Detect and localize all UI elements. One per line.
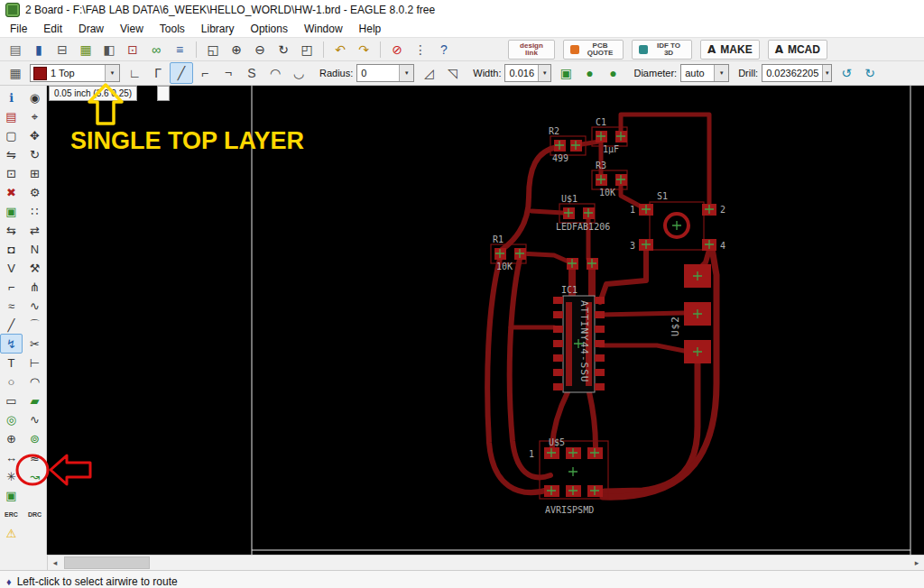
optimize-icon[interactable]: ≈ <box>0 296 23 316</box>
grid-icon[interactable]: ▦ <box>4 62 27 84</box>
cam-icon[interactable]: ◧ <box>97 39 121 60</box>
dimension-icon[interactable]: ⊢ <box>23 353 46 372</box>
bend-diagonal-icon[interactable]: ╱ <box>170 62 193 84</box>
array-icon[interactable]: ∷ <box>23 201 46 221</box>
rotate-icon[interactable]: ↻ <box>23 144 46 164</box>
bend-90-down-icon[interactable]: ¬ <box>217 62 240 84</box>
ratsnest-icon[interactable]: ✳ <box>0 466 23 486</box>
meander-icon[interactable]: ∿ <box>23 296 46 316</box>
save-icon[interactable]: ▮ <box>27 39 51 60</box>
lock-icon[interactable]: ◘ <box>0 239 23 259</box>
bend-45-up-icon[interactable]: Γ <box>146 62 170 84</box>
design-link-button[interactable]: design link <box>508 40 555 60</box>
mark-icon[interactable]: ⌖ <box>23 106 46 126</box>
erc-button[interactable]: ERC <box>0 504 23 524</box>
signal-icon[interactable]: ∿ <box>23 409 46 429</box>
menu-file[interactable]: File <box>2 21 35 37</box>
rect-icon[interactable]: ▭ <box>0 390 23 410</box>
replace-icon[interactable]: ▣ <box>0 201 23 221</box>
drill-select[interactable]: 0.02362205 ▼ <box>762 64 832 82</box>
menu-window[interactable]: Window <box>296 21 351 37</box>
scroll-right-button[interactable]: ▸ <box>910 556 924 570</box>
export-image-icon[interactable]: ▦ <box>74 39 97 60</box>
bend-s-icon[interactable]: S <box>240 62 263 84</box>
pinswap-icon[interactable]: ⇆ <box>0 220 23 240</box>
ripup-icon[interactable]: ✂ <box>23 334 46 354</box>
info-icon[interactable]: ℹ <box>0 87 23 107</box>
bend-90-up-icon[interactable]: ∟ <box>123 62 146 84</box>
loop-right-icon[interactable]: ↻ <box>858 62 882 84</box>
paste-icon[interactable]: ⊞ <box>23 163 46 183</box>
miter-straight-icon[interactable]: ◹ <box>440 62 464 84</box>
undo-icon[interactable]: ↶ <box>328 39 352 60</box>
diameter-select-arrow[interactable]: ▼ <box>714 65 728 81</box>
open-icon[interactable]: ▤ <box>4 39 27 60</box>
menu-edit[interactable]: Edit <box>35 21 70 37</box>
miter-icon[interactable]: ⌐ <box>0 277 23 297</box>
change-icon[interactable]: ⚙ <box>23 182 46 202</box>
menu-draw[interactable]: Draw <box>70 21 112 37</box>
curve-icon[interactable]: ⌒ <box>23 315 46 335</box>
component-ic1[interactable]: IC1 ATTINY44-SSU <box>553 285 605 392</box>
bend-45-down-icon[interactable]: ⌐ <box>193 62 217 84</box>
zoom-out-icon[interactable]: ⊖ <box>248 39 272 60</box>
help-icon[interactable]: ? <box>432 39 456 60</box>
loop-left-icon[interactable]: ↺ <box>835 62 858 84</box>
bend-arc-up-icon[interactable]: ◠ <box>263 62 287 84</box>
delete-icon[interactable]: ✖ <box>0 182 23 202</box>
design-link-icon[interactable]: ∞ <box>144 39 168 60</box>
copper-traces[interactable] <box>487 115 716 497</box>
route-icon[interactable]: ↯ <box>0 334 23 354</box>
menu-library[interactable]: Library <box>193 21 243 37</box>
scrollbar-thumb[interactable] <box>64 556 150 569</box>
hole-icon[interactable]: ⊕ <box>0 428 23 448</box>
run-script-icon[interactable]: ⋮ <box>409 39 432 60</box>
copy-icon[interactable]: ⊡ <box>0 163 23 183</box>
pad-icon[interactable]: ⊚ <box>23 428 46 448</box>
diameter-select[interactable]: auto ▼ <box>680 64 729 82</box>
name-icon[interactable]: N <box>23 239 46 259</box>
layer-select-arrow[interactable]: ▼ <box>105 65 119 81</box>
ratsnest-prep-icon[interactable]: ≋ <box>23 447 46 467</box>
mirror-icon[interactable]: ⇋ <box>0 144 23 164</box>
layer-settings-icon[interactable]: ≡ <box>168 39 191 60</box>
follow-me-icon[interactable]: ● <box>578 62 601 84</box>
zoom-in-icon[interactable]: ⊕ <box>225 39 248 60</box>
pcb-canvas[interactable]: 0.05 inch (3.6 0.25) <box>47 86 924 555</box>
text-icon[interactable]: T <box>0 353 23 372</box>
zoom-select-icon[interactable]: ◰ <box>295 39 319 60</box>
value-icon[interactable]: V <box>0 258 23 278</box>
errors-icon[interactable]: ⚠ <box>0 523 23 543</box>
route-mode-icon[interactable]: ▣ <box>554 62 578 84</box>
redo-icon[interactable]: ↷ <box>352 39 375 60</box>
scroll-left-button[interactable]: ◂ <box>48 556 62 570</box>
layer-select[interactable]: 1 Top ▼ <box>30 64 120 82</box>
menu-help[interactable]: Help <box>351 21 390 37</box>
idf-to-3d-button[interactable]: IDF TO 3D <box>632 40 692 60</box>
arc-icon[interactable]: ◠ <box>23 372 46 391</box>
print-icon[interactable]: ⊟ <box>51 39 74 60</box>
wire-icon[interactable]: ╱ <box>0 315 23 335</box>
menu-options[interactable]: Options <box>243 21 296 37</box>
follow-me-alt-icon[interactable]: ● <box>601 62 624 84</box>
width-select[interactable]: 0.016 ▼ <box>504 64 551 82</box>
circle-icon[interactable]: ○ <box>0 372 23 391</box>
polygon-icon[interactable]: ▰ <box>23 390 46 410</box>
radius-select[interactable]: 0 ▼ <box>356 64 414 82</box>
menu-tools[interactable]: Tools <box>152 21 193 37</box>
make-button[interactable]: AMAKE <box>700 40 760 60</box>
pcb-quote-button[interactable]: PCB QUOTE <box>563 40 624 60</box>
drill-select-arrow[interactable]: ▼ <box>822 65 831 81</box>
stop-icon[interactable]: ⊘ <box>385 39 409 60</box>
drc-button[interactable]: DRC <box>23 504 46 524</box>
radius-select-arrow[interactable]: ▼ <box>399 65 413 81</box>
route-airwire-icon[interactable]: ↝ <box>23 466 46 486</box>
display-layers-icon[interactable]: ▤ <box>0 106 23 126</box>
show-icon[interactable]: ◉ <box>23 87 46 107</box>
width-select-arrow[interactable]: ▼ <box>538 65 550 81</box>
mcad-button[interactable]: AMCAD <box>768 40 827 60</box>
schematic-icon[interactable]: ⊡ <box>121 39 144 60</box>
smash-icon[interactable]: ⚒ <box>23 258 46 278</box>
zoom-redraw-icon[interactable]: ↻ <box>272 39 295 60</box>
horizontal-scrollbar[interactable]: ◂ ▸ <box>48 555 924 570</box>
